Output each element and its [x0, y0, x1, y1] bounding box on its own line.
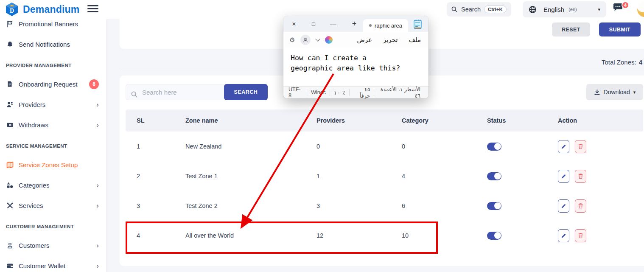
sidebar: Promotional Banners Send Notifications P…: [0, 19, 107, 272]
table-row: 1 New Zealand 0 0: [126, 132, 643, 161]
menu-toggle-icon[interactable]: [87, 5, 98, 14]
maximize-icon[interactable]: □: [306, 16, 321, 32]
delete-button[interactable]: [575, 170, 586, 183]
edit-button[interactable]: [558, 199, 569, 213]
pencil-icon: [561, 233, 566, 238]
table-row: 4 All over the World 12 10: [126, 221, 643, 250]
table-body: 1 New Zealand 0 0 2 Test Zone 1 1 4: [126, 132, 643, 250]
sidebar-item[interactable]: Promotional Banners: [0, 19, 106, 34]
sidebar-item[interactable]: Providers ›: [0, 94, 106, 115]
status-toggle[interactable]: [487, 202, 501, 210]
status-toggle[interactable]: [487, 172, 501, 180]
new-tab-button[interactable]: +: [347, 16, 361, 32]
sidebar-item[interactable]: Services ›: [0, 195, 106, 216]
messages-button[interactable]: 4: [612, 3, 627, 16]
sidebar-item[interactable]: Categories ›: [0, 175, 106, 195]
language-code: (en): [568, 7, 577, 12]
sidebar-item[interactable]: Send Notifications: [0, 34, 106, 54]
notepad-titlebar[interactable]: × □ — + raphic area: [283, 16, 428, 32]
global-search[interactable]: Search Ctrl+K: [447, 2, 511, 17]
sidebar-section-title: SERVICE MANAGEMENT: [0, 135, 106, 154]
wallet-icon: [6, 262, 14, 269]
edit-button[interactable]: [558, 229, 569, 242]
char-count: ٤٥ حرفاً: [350, 89, 374, 96]
submit-button[interactable]: SUBMIT: [599, 22, 641, 36]
menu-item[interactable]: ملف: [409, 36, 421, 44]
chevron-right-icon: ›: [96, 202, 99, 209]
cell-sl: 1: [137, 143, 185, 150]
search-icon: [131, 91, 138, 98]
delete-button[interactable]: [575, 199, 586, 213]
zone-search-input[interactable]: [126, 84, 224, 100]
encoding-label: UTF-8: [288, 89, 307, 96]
search-button[interactable]: SEARCH: [224, 84, 268, 100]
cell-zone-name: Test Zone 1: [185, 173, 316, 179]
chevron-right-icon: ›: [96, 242, 99, 249]
line-ending-label: Windc: [307, 89, 330, 96]
sidebar-item[interactable]: Withdraws ›: [0, 115, 106, 135]
user-avatar[interactable]: [637, 2, 644, 17]
svg-text:D: D: [10, 8, 14, 14]
chevron-down-icon: ▾: [633, 90, 636, 95]
trash-icon: [578, 143, 583, 149]
download-icon: [594, 89, 600, 95]
gear-icon[interactable]: ⚙: [289, 36, 295, 44]
search-icon: [451, 6, 458, 13]
categories-icon: [6, 182, 14, 189]
cell-category: 6: [402, 202, 487, 209]
column-header: Action: [558, 117, 643, 124]
copilot-icon[interactable]: [325, 36, 333, 44]
cell-category: 0: [402, 143, 487, 150]
notepad-tab[interactable]: raphic area: [363, 19, 408, 32]
edit-button[interactable]: [558, 140, 569, 153]
reset-button[interactable]: RESET: [552, 22, 590, 36]
count-badge: 8: [89, 79, 99, 89]
sidebar-item[interactable]: Service Zones Setup: [0, 154, 106, 175]
trash-icon: [578, 173, 583, 179]
customer-icon: [6, 242, 14, 249]
notepad-statusbar: UTF-8 Windc ١٠٠٪ الأسطر ١، الأعمدة ٤٦ ٤٥…: [283, 86, 428, 98]
edit-button[interactable]: [558, 170, 569, 183]
delete-button[interactable]: [575, 140, 586, 153]
map-icon: [6, 161, 14, 168]
bell-icon: [6, 41, 14, 48]
chevron-down-icon[interactable]: [316, 36, 320, 41]
close-icon[interactable]: ×: [287, 16, 301, 32]
search-shortcut-badge: Ctrl+K: [484, 6, 507, 13]
cell-sl: 4: [137, 232, 185, 239]
download-label: Download: [604, 89, 630, 95]
cell-providers: 12: [316, 232, 402, 239]
withdraw-icon: [6, 121, 14, 129]
notepad-text-area[interactable]: How can I create a geographic area like …: [283, 48, 428, 86]
column-header: SL: [137, 117, 185, 124]
cell-providers: 0: [316, 143, 402, 150]
sidebar-item[interactable]: Customers ›: [0, 235, 106, 255]
status-toggle[interactable]: [487, 143, 501, 151]
delete-button[interactable]: [575, 229, 586, 242]
trash-icon: [578, 203, 583, 209]
minimize-icon[interactable]: —: [326, 16, 340, 32]
sidebar-item[interactable]: Customer Wallet ›: [0, 255, 106, 272]
download-button[interactable]: Download ▾: [586, 84, 643, 100]
providers-icon: [6, 101, 14, 108]
brand-logo[interactable]: D Demandium: [4, 2, 79, 17]
cell-providers: 1: [316, 173, 402, 179]
cell-zone-name: All over the World: [185, 232, 316, 239]
sidebar-section-title: PROVIDER MANAGEMENT: [0, 54, 106, 74]
sidebar-item[interactable]: Onboarding Request 8: [0, 74, 106, 94]
document-icon: [6, 81, 14, 87]
language-selector[interactable]: English (en) ▾: [523, 1, 606, 17]
cell-zone-name: New Zealand: [185, 143, 316, 150]
account-button[interactable]: [300, 35, 311, 45]
globe-icon: [529, 6, 537, 14]
column-header: Zone name: [185, 117, 316, 124]
cell-category: 4: [402, 173, 487, 179]
zones-table-card: SEARCH Download ▾ SL Zone name Providers…: [120, 76, 644, 266]
column-header: Status: [487, 117, 558, 124]
menu-item[interactable]: عرض: [357, 36, 372, 44]
unsaved-dot-icon: [369, 24, 372, 27]
status-toggle[interactable]: [487, 232, 501, 240]
person-icon: [303, 37, 308, 42]
flag-icon: [6, 20, 14, 28]
menu-item[interactable]: تحرير: [383, 36, 398, 44]
